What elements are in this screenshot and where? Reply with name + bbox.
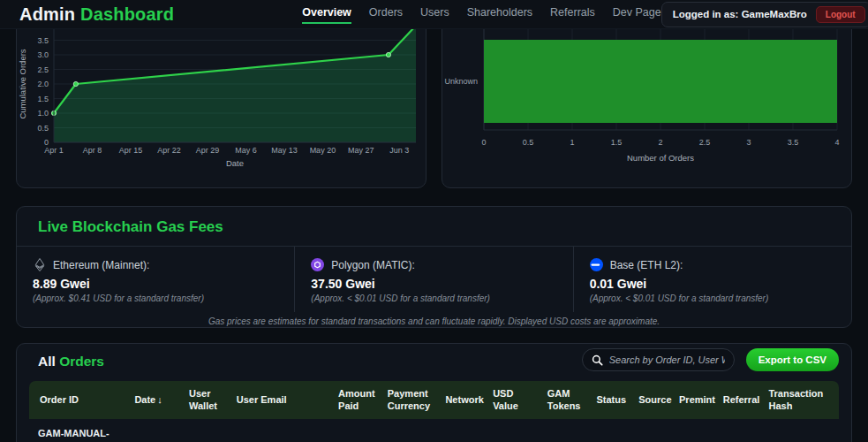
gas-network-label: Polygon (MATIC): xyxy=(331,259,414,271)
gas-fees-disclaimer: Gas prices are estimates for standard tr… xyxy=(17,316,851,326)
svg-text:3.5: 3.5 xyxy=(37,36,49,45)
svg-text:2.0: 2.0 xyxy=(37,80,49,88)
polygon-icon xyxy=(311,258,324,271)
svg-text:Number of Orders: Number of Orders xyxy=(627,153,694,163)
svg-text:Date: Date xyxy=(226,158,244,168)
export-csv-button[interactable]: Export to CSV xyxy=(746,348,839,371)
svg-text:2.5: 2.5 xyxy=(37,65,49,74)
gas-fees-columns: Ethereum (Mainnet):8.89 Gwei(Approx. $0.… xyxy=(17,247,851,312)
column-header-user-wallet[interactable]: User Wallet xyxy=(185,385,233,416)
svg-text:0: 0 xyxy=(481,138,486,147)
logged-in-label: Logged in as: GameMaxBro xyxy=(673,9,807,19)
svg-text:May 13: May 13 xyxy=(271,146,298,155)
orders-card: All Orders Export to CSV Order IDDate↓Us… xyxy=(16,343,852,442)
ethereum-icon xyxy=(33,258,46,271)
gas-network-label: Base (ETH L2): xyxy=(610,259,683,271)
gas-note: (Approx. $0.41 USD for a standard transf… xyxy=(33,293,276,303)
dashboard-page: Admin Dashboard OverviewOrdersUsersShare… xyxy=(0,0,868,442)
gas-item-ethereum-mainnet: Ethereum (Mainnet):8.89 Gwei(Approx. $0.… xyxy=(17,247,294,312)
svg-text:1.0: 1.0 xyxy=(37,109,49,118)
svg-text:3.5: 3.5 xyxy=(788,138,799,147)
column-header-source[interactable]: Source xyxy=(635,391,676,410)
nav-item-overview[interactable]: Overview xyxy=(302,6,351,24)
svg-text:4: 4 xyxy=(834,138,839,147)
logged-in-box: Logged in as: GameMaxBro Logout xyxy=(661,2,868,27)
orders-table: Order IDDate↓User WalletUser EmailAmount… xyxy=(29,381,839,438)
nav-item-referrals[interactable]: Referrals xyxy=(550,6,595,24)
column-header-referral[interactable]: Referral xyxy=(720,391,766,410)
column-header-payment-currency[interactable]: Payment Currency xyxy=(384,385,442,416)
svg-text:May 20: May 20 xyxy=(310,146,336,155)
column-header-amount-paid[interactable]: Amount Paid xyxy=(335,385,384,416)
svg-text:Apr 1: Apr 1 xyxy=(44,146,64,155)
orders-table-header: Order IDDate↓User WalletUser EmailAmount… xyxy=(29,381,839,419)
gas-fees-card: Live Blockchain Gas Fees Ethereum (Mainn… xyxy=(16,206,852,328)
column-header-network[interactable]: Network xyxy=(442,391,489,410)
column-header-date[interactable]: Date↓ xyxy=(131,391,185,410)
gas-item-polygon-matic: Polygon (MATIC):37.50 Gwei(Approx. < $0.… xyxy=(294,247,572,312)
gas-note: (Approx. < $0.01 USD for a standard tran… xyxy=(590,293,834,303)
gas-item-base-eth-l2: Base (ETH L2):0.01 Gwei(Approx. < $0.01 … xyxy=(573,247,851,312)
svg-text:Apr 22: Apr 22 xyxy=(157,146,181,155)
svg-text:Cumulative Orders: Cumulative Orders xyxy=(18,49,27,118)
gas-fees-title: Live Blockchain Gas Fees xyxy=(17,207,851,247)
gas-note: (Approx. < $0.01 USD for a standard tran… xyxy=(311,293,555,303)
nav-item-orders[interactable]: Orders xyxy=(369,6,403,24)
column-header-user-email[interactable]: User Email xyxy=(233,391,335,410)
orders-controls: Export to CSV xyxy=(582,348,839,371)
nav-item-shareholders[interactable]: Shareholders xyxy=(467,6,532,24)
sort-desc-icon: ↓ xyxy=(157,394,162,405)
svg-text:May 6: May 6 xyxy=(235,146,257,155)
column-header-gam-tokens[interactable]: GAM Tokens xyxy=(544,385,593,416)
svg-text:Jun 3: Jun 3 xyxy=(389,146,409,155)
logout-button[interactable]: Logout xyxy=(816,6,865,23)
svg-text:Apr 8: Apr 8 xyxy=(83,146,102,155)
top-nav-bar: Admin Dashboard OverviewOrdersUsersShare… xyxy=(0,0,868,29)
base-icon xyxy=(590,258,603,271)
svg-text:0.5: 0.5 xyxy=(37,124,49,133)
main-nav: OverviewOrdersUsersShareholdersReferrals… xyxy=(302,6,660,24)
search-icon xyxy=(592,354,603,366)
column-header-premint[interactable]: Premint xyxy=(676,391,720,410)
svg-text:1.5: 1.5 xyxy=(37,95,49,103)
nav-item-dev-page[interactable]: Dev Page xyxy=(613,6,661,24)
nav-item-users[interactable]: Users xyxy=(420,6,449,24)
svg-text:2.5: 2.5 xyxy=(699,138,711,147)
svg-text:3: 3 xyxy=(746,138,751,147)
search-input[interactable] xyxy=(609,354,725,365)
gas-value: 0.01 Gwei xyxy=(590,277,834,291)
column-header-order-id[interactable]: Order ID xyxy=(36,391,131,410)
column-header-transaction-hash[interactable]: Transaction Hash xyxy=(765,385,839,416)
svg-text:1: 1 xyxy=(570,138,574,147)
svg-text:3.0: 3.0 xyxy=(37,50,49,59)
svg-text:1.5: 1.5 xyxy=(611,138,623,147)
svg-text:Unknown: Unknown xyxy=(444,77,478,86)
column-header-usd-value[interactable]: USD Value xyxy=(489,385,544,416)
svg-text:Apr 29: Apr 29 xyxy=(196,146,220,155)
gas-network-label: Ethereum (Mainnet): xyxy=(53,259,149,271)
page-title: Admin Dashboard xyxy=(19,4,174,25)
gas-value: 8.89 Gwei xyxy=(33,277,276,291)
table-row[interactable]: GAM-MANUAL- xyxy=(29,419,839,438)
svg-text:2: 2 xyxy=(658,138,662,147)
svg-text:May 27: May 27 xyxy=(348,146,374,155)
svg-text:Apr 15: Apr 15 xyxy=(119,146,143,155)
svg-text:0.5: 0.5 xyxy=(523,138,534,147)
orders-search xyxy=(582,348,735,371)
gas-value: 37.50 Gwei xyxy=(311,277,555,291)
column-header-status[interactable]: Status xyxy=(593,391,636,410)
